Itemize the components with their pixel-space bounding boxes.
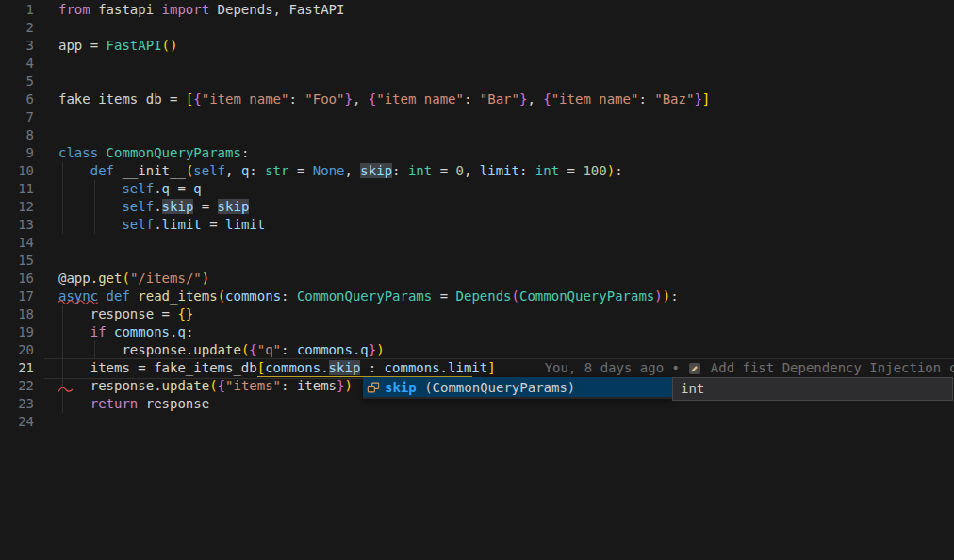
line-number[interactable]: 2: [0, 19, 34, 37]
code-line-content: app = FastAPI(): [58, 38, 177, 53]
code-line-content: async def read_items(commons: CommonQuer…: [58, 288, 679, 304]
git-blame-annotation: Add fist Dependency Injection c: [702, 360, 954, 375]
code-line[interactable]: 19 if commons.q:: [0, 323, 954, 341]
line-number[interactable]: 3: [0, 37, 34, 55]
line-number[interactable]: 6: [0, 91, 34, 108]
suggest-detail-text: int: [681, 381, 704, 396]
code-line-content: class CommonQueryParams:: [58, 145, 249, 160]
code-line-content: self.limit = limit: [58, 217, 265, 232]
code-line[interactable]: 2: [0, 19, 954, 37]
code-line[interactable]: 5: [0, 73, 954, 91]
line-number[interactable]: 17: [0, 288, 34, 305]
code-line[interactable]: 4: [0, 55, 954, 73]
code-line[interactable]: 24: [0, 413, 954, 431]
pencil-icon: [689, 363, 700, 374]
code-line-content: if commons.q:: [58, 324, 193, 339]
line-number[interactable]: 10: [0, 162, 34, 180]
code-line[interactable]: 13 self.limit = limit: [0, 216, 954, 234]
line-number[interactable]: 21: [0, 359, 34, 377]
code-line[interactable]: 18 response = {}: [0, 305, 954, 323]
line-number[interactable]: 9: [0, 144, 34, 162]
field-icon: [366, 380, 381, 395]
line-number[interactable]: 13: [0, 216, 34, 234]
line-number[interactable]: 7: [0, 108, 34, 126]
error-squiggle-async: [58, 299, 100, 304]
line-number[interactable]: 1: [0, 1, 34, 19]
code-line[interactable]: 11 self.q = q: [0, 180, 954, 198]
code-line[interactable]: 9class CommonQueryParams:: [0, 144, 954, 162]
code-line-content: items = fake_items_db[commons.skip : com…: [58, 360, 954, 375]
error-squiggle-line22: [58, 386, 74, 393]
code-line-content: response.update({"items": items}): [58, 378, 353, 393]
code-line-content: response = {}: [58, 306, 193, 321]
line-number[interactable]: 20: [0, 341, 34, 359]
line-number[interactable]: 12: [0, 198, 34, 216]
code-line-content: from fastapi import Depends, FastAPI: [58, 2, 344, 17]
code-line-content: def __init__(self, q: str = None, skip: …: [58, 163, 623, 178]
suggest-widget: skip (CommonQueryParams): [363, 377, 672, 399]
code-line[interactable]: 6fake_items_db = [{"item_name": "Foo"}, …: [0, 91, 954, 108]
code-line-content: response.update({"q": commons.q}): [58, 342, 385, 357]
suggest-item-label: skip: [385, 380, 417, 395]
line-number[interactable]: 22: [0, 377, 34, 395]
code-line-content: self.q = q: [58, 181, 202, 196]
code-line[interactable]: 8: [0, 126, 954, 144]
code-line-content: self.skip = skip: [58, 199, 249, 214]
code-line[interactable]: 14: [0, 234, 954, 252]
code-line-content: return response: [58, 396, 209, 411]
code-line[interactable]: 10 def __init__(self, q: str = None, ski…: [0, 162, 954, 180]
line-number[interactable]: 19: [0, 323, 34, 341]
code-line[interactable]: 16@app.get("/items/"): [0, 270, 954, 288]
code-line-content: @app.get("/items/"): [58, 271, 209, 286]
line-number[interactable]: 18: [0, 305, 34, 323]
line-number[interactable]: 4: [0, 55, 34, 73]
code-line[interactable]: 15: [0, 252, 954, 270]
suggest-item-signature: (CommonQueryParams): [417, 380, 576, 395]
code-line[interactable]: 21 items = fake_items_db[commons.skip : …: [0, 359, 954, 377]
code-editor[interactable]: 1from fastapi import Depends, FastAPI23a…: [0, 0, 954, 560]
line-number[interactable]: 15: [0, 252, 34, 270]
code-line[interactable]: 7: [0, 108, 954, 126]
code-line[interactable]: 12 self.skip = skip: [0, 198, 954, 216]
line-number[interactable]: 16: [0, 270, 34, 288]
code-line[interactable]: 17async def read_items(commons: CommonQu…: [0, 288, 954, 305]
line-number[interactable]: 14: [0, 234, 34, 252]
code-line[interactable]: 1from fastapi import Depends, FastAPI: [0, 1, 954, 19]
line-number[interactable]: 11: [0, 180, 34, 198]
code-line-content: fake_items_db = [{"item_name": "Foo"}, {…: [58, 91, 710, 107]
suggest-item-skip[interactable]: skip (CommonQueryParams): [363, 377, 672, 397]
line-number[interactable]: 24: [0, 413, 34, 431]
line-number[interactable]: 8: [0, 126, 34, 144]
line-number[interactable]: 5: [0, 73, 34, 91]
suggest-detail-pane: int: [672, 377, 953, 401]
code-line[interactable]: 20 response.update({"q": commons.q}): [0, 341, 954, 359]
code-line[interactable]: 3app = FastAPI(): [0, 37, 954, 55]
git-blame-annotation: You, 8 days ago •: [545, 360, 688, 375]
line-number[interactable]: 23: [0, 395, 34, 413]
